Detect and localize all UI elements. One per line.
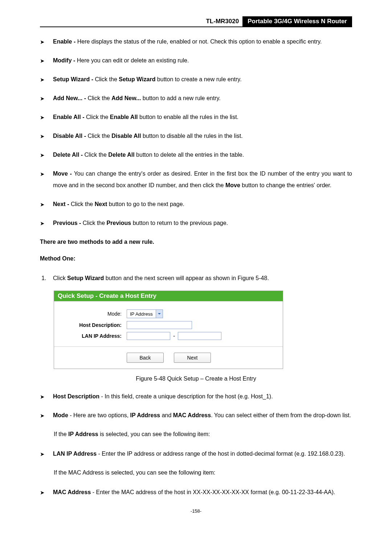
list-item: Enable All - Click the Enable All button… bbox=[40, 111, 352, 123]
term: Add New... bbox=[53, 95, 82, 101]
b1: IP Address bbox=[130, 412, 160, 418]
list-item: Disable All - Click the Disable All butt… bbox=[40, 130, 352, 142]
list-item: Move - You can change the entry's order … bbox=[40, 168, 352, 191]
term: Modify bbox=[53, 57, 72, 63]
desc-pre: Click the bbox=[83, 220, 107, 226]
sep: - bbox=[66, 201, 71, 207]
sep: - bbox=[72, 57, 77, 63]
lan-ip-end-input[interactable] bbox=[178, 332, 221, 340]
label-lan-ip: LAN IP Address: bbox=[60, 333, 127, 339]
steps-list: Click Setup Wizard button and the next s… bbox=[40, 272, 352, 284]
step-pre: Click bbox=[53, 275, 67, 281]
term: Previous bbox=[53, 220, 78, 226]
desc-pre: Click the bbox=[87, 133, 111, 139]
desc: Here you can edit or delete an existing … bbox=[77, 57, 189, 63]
desc-bold: Next bbox=[95, 201, 107, 207]
cond-post: is selected, you can see the following i… bbox=[98, 431, 210, 437]
label-host-description: Host Description: bbox=[60, 322, 127, 328]
sep: - bbox=[79, 152, 84, 158]
list-item: Host Description - In this field, create… bbox=[40, 391, 352, 402]
desc-bold: Previous bbox=[107, 220, 131, 226]
page-number: -158- bbox=[40, 508, 352, 514]
header-inner: TL-MR3020 Portable 3G/4G Wireless N Rout… bbox=[202, 16, 352, 26]
model-number: TL-MR3020 bbox=[202, 16, 242, 26]
sep: - bbox=[81, 114, 86, 120]
figure-body: Mode: IP Address Host Description: LAN I… bbox=[54, 301, 283, 346]
desc: Here displays the status of the rule, en… bbox=[77, 38, 322, 45]
list-item: Next - Click the Next button to go to th… bbox=[40, 198, 352, 210]
row-host-description: Host Description: bbox=[60, 321, 277, 329]
term: Host Description bbox=[53, 393, 99, 399]
post: . You can select either of them from the… bbox=[211, 412, 351, 418]
desc-bold: Delete All bbox=[108, 152, 134, 158]
term: Enable bbox=[53, 38, 72, 45]
desc: In this field, create a unique descripti… bbox=[105, 393, 273, 399]
desc-bold: Move bbox=[225, 182, 240, 188]
row-mode: Mode: IP Address bbox=[60, 309, 277, 318]
term: Mode bbox=[53, 412, 68, 418]
desc-pre: Click the bbox=[71, 201, 95, 207]
feature-list: Enable - Here displays the status of the… bbox=[40, 36, 352, 229]
step-post: . bbox=[267, 275, 269, 281]
desc: Enter the MAC address of the host in XX-… bbox=[96, 489, 335, 495]
desc-post: button to change the entries' order. bbox=[240, 182, 331, 188]
desc-pre: Click the bbox=[95, 76, 119, 82]
chevron-down-icon[interactable] bbox=[156, 310, 163, 318]
term: Disable All bbox=[53, 133, 82, 139]
term: Move bbox=[53, 171, 68, 177]
figure-quick-setup: Quick Setup - Create a Host Entry Mode: … bbox=[54, 291, 283, 369]
list-item: Enable - Here displays the status of the… bbox=[40, 36, 352, 48]
list-item: Setup Wizard - Click the Setup Wizard bu… bbox=[40, 74, 352, 85]
desc-pre: Click the bbox=[87, 95, 111, 101]
desc-bold: Setup Wizard bbox=[119, 76, 155, 82]
desc: Enter the IP address or address range of… bbox=[102, 451, 345, 457]
figure-caption: Figure 5-48 Quick Setup – Create a Host … bbox=[40, 376, 352, 382]
mid: and bbox=[160, 412, 173, 418]
field-list-ip: LAN IP Address - Enter the IP address or… bbox=[40, 448, 352, 460]
desc-pre: Click the bbox=[86, 114, 110, 120]
sep: - bbox=[91, 489, 96, 495]
b2: MAC Address bbox=[173, 412, 211, 418]
range-dash: - bbox=[173, 333, 175, 339]
desc-pre: Click the bbox=[85, 152, 109, 158]
term: LAN IP Address bbox=[53, 451, 97, 457]
term: Delete All bbox=[53, 152, 79, 158]
step-bold: Setup Wizard bbox=[67, 275, 104, 281]
list-item: LAN IP Address - Enter the IP address or… bbox=[40, 448, 352, 460]
host-description-input[interactable] bbox=[127, 321, 192, 329]
desc-bold: Disable All bbox=[111, 133, 141, 139]
field-list-mac: MAC Address - Enter the MAC address of t… bbox=[40, 487, 352, 498]
sep: - bbox=[97, 451, 102, 457]
list-item: Previous - Click the Previous button to … bbox=[40, 217, 352, 229]
cond-pre: If the bbox=[54, 431, 68, 437]
next-button[interactable]: Next bbox=[174, 353, 211, 363]
desc-post: button to add a new rule entry. bbox=[141, 95, 220, 101]
sep: - bbox=[82, 95, 87, 101]
figure-buttons: Back Next bbox=[54, 347, 283, 369]
sep: - bbox=[72, 38, 77, 45]
field-list-main: Host Description - In this field, create… bbox=[40, 391, 352, 421]
desc-post: button to enable all the rules in the li… bbox=[138, 114, 239, 120]
condition-mac: If the MAC Address is selected, you can … bbox=[54, 467, 352, 479]
figure-title: Quick Setup - Create a Host Entry bbox=[54, 291, 283, 301]
desc-post: button to return to the previous page. bbox=[131, 220, 228, 226]
term: Enable All bbox=[53, 114, 81, 120]
term: Setup Wizard bbox=[53, 76, 90, 82]
list-item: Mode - Here are two options, IP Address … bbox=[40, 410, 352, 421]
sep: - bbox=[78, 220, 83, 226]
condition-ip: If the IP Address is selected, you can s… bbox=[54, 428, 352, 440]
pre: Here are two options, bbox=[73, 412, 130, 418]
back-button[interactable]: Back bbox=[127, 353, 164, 363]
sep: - bbox=[82, 133, 87, 139]
desc-post: button to create a new rule entry. bbox=[155, 76, 241, 82]
lan-ip-start-input[interactable] bbox=[127, 332, 170, 340]
list-item: Add New... - Click the Add New... button… bbox=[40, 93, 352, 104]
mode-select-value: IP Address bbox=[127, 311, 156, 317]
step-mid: button and the next screen will appear a… bbox=[104, 275, 237, 281]
step-item: Click Setup Wizard button and the next s… bbox=[48, 272, 352, 284]
list-item: MAC Address - Enter the MAC address of t… bbox=[40, 487, 352, 498]
list-item: Delete All - Click the Delete All button… bbox=[40, 149, 352, 161]
desc-post: button to go to the next page. bbox=[107, 201, 184, 207]
header-bar: TL-MR3020 Portable 3G/4G Wireless N Rout… bbox=[40, 16, 352, 27]
mode-select[interactable]: IP Address bbox=[127, 309, 163, 318]
